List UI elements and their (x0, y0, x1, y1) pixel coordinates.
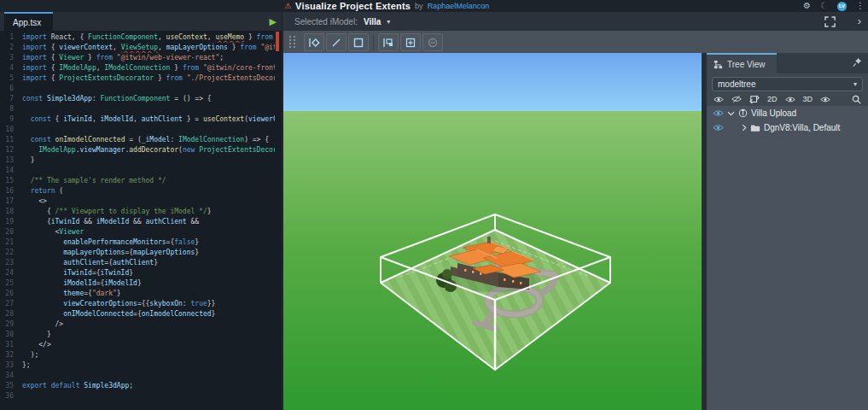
code-line: 13 } (0, 155, 275, 166)
line-tool-button[interactable] (326, 33, 347, 51)
code-line: 32 ); (0, 350, 275, 360)
visibility-eye-icon[interactable] (713, 109, 724, 117)
code-line: 1import React, { FunctionComponent, useC… (0, 32, 275, 43)
model-tree: Villa Upload DgnV8:Villa, Default (707, 106, 868, 135)
sample-title-group: ⚠ Visualize Project Extents by RaphaelMe… (284, 0, 489, 12)
code-line: 26 theme={"dark"} (0, 289, 275, 299)
show-all-eye-icon[interactable] (714, 96, 724, 103)
imodel-selector-label: Selected iModel: (294, 17, 358, 26)
code-editor[interactable]: 1import React, { FunctionComponent, useC… (0, 31, 282, 410)
code-line: 8 (0, 104, 275, 114)
tree-type-dropdown[interactable]: modeltree ▾ (712, 77, 863, 91)
code-line: 12 IModelApp.viewManager.addDecorator(ne… (0, 145, 275, 155)
tab-tree-view[interactable]: Tree View (707, 53, 777, 73)
imodel-selector[interactable]: Selected iModel: Villa ▾ (294, 12, 390, 31)
invert-visibility-icon[interactable] (749, 95, 760, 104)
code-line: 20 <Viewer (0, 227, 275, 237)
viewport-3d[interactable] (282, 53, 703, 410)
editor-tab-bar: App.tsx ▶ (0, 12, 283, 31)
code-line: 4import { IModelApp, IModelConnection } … (0, 63, 275, 73)
marker-diamond-tool-button[interactable] (304, 33, 324, 51)
code-line: 3import { Viewer } from "@itwin/web-view… (0, 53, 275, 63)
sky (283, 53, 703, 111)
tree-item-label: DgnV8:Villa, Default (764, 123, 840, 132)
code-line: 23 authClient={authClient} (0, 258, 275, 268)
settings-gear-icon[interactable]: ⚙ (803, 0, 811, 12)
code-line: 9 const { iTwinId, iModelId, authClient … (0, 114, 275, 125)
code-line: 25 iModelId={iModelId} (0, 278, 275, 289)
code-line: 19 {iTwinId && iModelId && authClient && (0, 217, 275, 227)
tab-app-tsx[interactable]: App.tsx (4, 12, 53, 31)
header-actions: ⚙ ☾ LV ⋮ (803, 0, 865, 12)
subheader-actions: › (824, 12, 861, 31)
sub-header: App.tsx ▶ Selected iModel: Villa ▾ › (0, 12, 868, 31)
code-line: 22 mapLayerOptions={mapLayerOptions} (0, 248, 275, 258)
hide-all-eye-slash-icon[interactable] (731, 95, 742, 103)
toggle-2d-eye-icon[interactable] (785, 96, 795, 103)
pin-icon[interactable] (853, 57, 862, 67)
code-line: 27 viewCreatorOptions={{skyboxOn: true}} (0, 299, 275, 309)
rectangle-tool-button[interactable] (348, 33, 369, 51)
code-lines: 1import React, { FunctionComponent, useC… (0, 32, 275, 401)
imodel-selector-value: Villa (364, 17, 381, 26)
code-line: 34 (0, 371, 275, 381)
code-line: 29 /> (0, 319, 275, 330)
avatar[interactable]: LV (837, 2, 847, 11)
code-line: 16 return ( (0, 186, 275, 196)
code-line: 18 { /** Viewport to display the iModel … (0, 207, 275, 217)
code-line: 35export default Simple3dApp; (0, 381, 275, 391)
search-icon[interactable] (852, 95, 861, 104)
code-line: 33}; (0, 360, 275, 371)
app-root: { "header": { "warning_icon": "⚠", "titl… (0, 0, 868, 410)
code-line: 2import { viewerContext, ViewSetup, mapL… (0, 43, 275, 53)
scene (283, 53, 703, 410)
fullscreen-icon[interactable] (824, 16, 836, 27)
section-shapes-tool-button[interactable] (378, 33, 399, 51)
chevron-right-icon[interactable] (742, 124, 747, 132)
tab-tree-view-label: Tree View (727, 60, 765, 69)
viewport-toolbar (282, 31, 868, 53)
panel-collapse-chevron[interactable]: › (858, 13, 861, 30)
code-line: 6 (0, 84, 275, 94)
overflow-menu-icon[interactable]: ⋮ (856, 0, 865, 12)
tree-item-label: Villa Upload (751, 108, 796, 118)
chevron-down-icon: ▾ (853, 80, 857, 88)
tree-row-dgnv8-villa[interactable]: DgnV8:Villa, Default (707, 120, 868, 135)
author-link[interactable]: RaphaelMelancon (428, 2, 490, 10)
tree-controls: modeltree ▾ 2D 3D (707, 73, 868, 106)
code-line: 36 (0, 391, 275, 401)
toolbar-separator (373, 35, 374, 50)
folder-icon (750, 124, 760, 132)
tree-view-panel: Tree View modeltree ▾ 2D (707, 53, 868, 410)
code-line: 21 enablePerformanceMonitors={false} (0, 237, 275, 248)
page-title: Visualize Project Extents (295, 1, 411, 11)
chevron-down-icon: ▾ (387, 18, 390, 26)
error-overview-mark (276, 32, 279, 51)
code-line: 5import { ProjectExtentsDecorator } from… (0, 73, 275, 84)
code-line: 11 const onImodelConnected = (_iModel: I… (0, 135, 275, 145)
label-3d: 3D (803, 95, 813, 103)
imodel-icon (738, 108, 748, 118)
run-button[interactable]: ▶ (270, 15, 277, 28)
marker-diamond-icon (308, 38, 320, 48)
drag-handle-icon[interactable] (288, 35, 296, 49)
remove-icon (428, 38, 438, 48)
tree-row-villa-upload[interactable]: Villa Upload (707, 106, 868, 120)
add-tool-button[interactable] (400, 33, 421, 51)
chevron-down-icon[interactable] (727, 111, 735, 116)
tree-type-dropdown-value: modeltree (718, 79, 755, 89)
tab-label: App.tsx (13, 18, 41, 27)
by-label: by (415, 2, 423, 10)
theme-moon-icon[interactable]: ☾ (820, 0, 828, 12)
panel-tab-bar: Tree View (707, 53, 868, 73)
code-line: 17 <> (0, 196, 275, 207)
section-shapes-icon (382, 38, 394, 48)
code-line: 15 /** The sample's render method */ (0, 176, 275, 186)
toggle-3d-eye-icon[interactable] (820, 96, 830, 103)
visibility-eye-icon[interactable] (713, 124, 724, 132)
remove-tool-button[interactable] (422, 33, 443, 51)
tree-hierarchy-icon (714, 60, 723, 69)
warning-icon: ⚠ (284, 0, 291, 12)
app-header: ⚠ Visualize Project Extents by RaphaelMe… (0, 0, 868, 12)
line-icon (331, 38, 341, 48)
